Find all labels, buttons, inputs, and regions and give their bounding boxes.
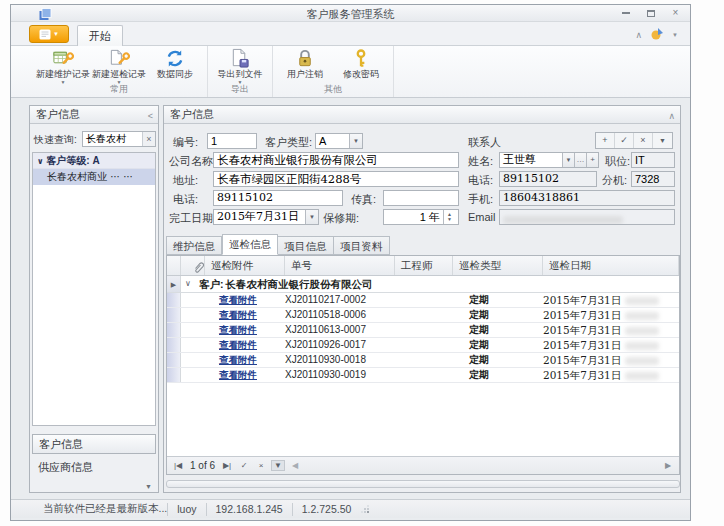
collapse-group-icon[interactable]: ∨ bbox=[181, 276, 195, 292]
collapse-panel-icon[interactable]: ∧ bbox=[668, 108, 675, 125]
accept-edit-button[interactable]: ✓ bbox=[237, 461, 251, 470]
scroll-left-button[interactable]: ◀ bbox=[288, 461, 302, 470]
confirm-contact-button[interactable]: ✓ bbox=[615, 133, 634, 148]
email-label: Email bbox=[468, 211, 496, 223]
record-position: 1 of 6 bbox=[188, 460, 217, 471]
clear-search-icon[interactable]: × bbox=[142, 132, 155, 146]
contact-phone-field[interactable]: 89115102 bbox=[499, 171, 597, 187]
column-header-date[interactable]: 巡检日期 bbox=[543, 256, 679, 275]
number-label: 编号: bbox=[173, 135, 198, 150]
tree-group-level-a[interactable]: ∨ 客户等级: A bbox=[33, 153, 155, 169]
last-record-button[interactable]: ▶| bbox=[220, 461, 234, 470]
column-header-type[interactable]: 巡检类型 bbox=[453, 256, 543, 275]
data-sync-button[interactable]: 数据同步 bbox=[147, 48, 203, 86]
ribbon-group-other: 用户注销 修改密码 其他 bbox=[273, 46, 394, 97]
phone-field[interactable]: 89115102 bbox=[213, 190, 343, 206]
redaction-smudge bbox=[625, 372, 659, 380]
view-attachment-link[interactable]: 查看附件 bbox=[219, 354, 257, 365]
delete-contact-button[interactable]: × bbox=[634, 133, 653, 148]
tab-project-info[interactable]: 项目信息 bbox=[278, 236, 334, 255]
table-row[interactable]: 查看附件 XJ20110518-0006 定期 2015年7月31日 bbox=[167, 308, 679, 323]
group-label: 客户: bbox=[195, 276, 224, 292]
ellipsis-button[interactable]: … bbox=[574, 153, 586, 167]
contact-toolbar: + ✓ × ▼ bbox=[595, 132, 673, 149]
filter-contact-button[interactable]: ▼ bbox=[653, 133, 672, 148]
table-row[interactable]: 查看附件 XJ20110217-0002 定期 2015年7月31日 bbox=[167, 293, 679, 308]
resize-grip[interactable] bbox=[360, 503, 370, 515]
company-field[interactable]: 长春农村商业银行股份有限公司 bbox=[213, 152, 459, 168]
view-attachment-link[interactable]: 查看附件 bbox=[219, 309, 257, 320]
contact-name-select[interactable]: 王世尊 ▼ … + bbox=[499, 152, 599, 168]
close-button[interactable]: × bbox=[667, 7, 684, 19]
view-attachment-link[interactable]: 查看附件 bbox=[219, 324, 257, 335]
new-inspection-record-button[interactable]: 新建巡检记录 ▼ bbox=[91, 48, 147, 86]
quick-search-input[interactable]: 长春农村 × bbox=[82, 131, 156, 147]
tab-maintenance-info[interactable]: 维护信息 bbox=[166, 236, 222, 255]
column-header-order[interactable]: 单号 bbox=[285, 256, 395, 275]
skin-gallery-icon[interactable] bbox=[650, 26, 664, 44]
grid-group-row[interactable]: ▶ ∨ 客户: 长春农村商业银行股份有限公司 bbox=[167, 276, 679, 293]
table-row[interactable]: 查看附件 XJ20110926-0017 定期 2015年7月31日 bbox=[167, 338, 679, 353]
change-password-button[interactable]: 修改密码 bbox=[333, 48, 389, 86]
view-attachment-link[interactable]: 查看附件 bbox=[219, 339, 257, 350]
tab-start[interactable]: 开始 bbox=[77, 25, 123, 47]
cancel-edit-button[interactable]: × bbox=[254, 461, 268, 470]
chevron-down-icon[interactable]: ▼ bbox=[349, 134, 362, 148]
chevron-down-icon[interactable]: ▼ bbox=[305, 210, 318, 224]
fax-field[interactable] bbox=[383, 190, 459, 206]
inspection-type-cell: 定期 bbox=[453, 338, 543, 352]
first-record-button[interactable]: |◀ bbox=[171, 461, 185, 470]
maximize-button[interactable] bbox=[642, 7, 659, 19]
row-indicator bbox=[167, 293, 181, 307]
splitter-bar[interactable] bbox=[166, 480, 680, 488]
column-header-engineer[interactable]: 工程师 bbox=[395, 256, 453, 275]
completion-date-picker[interactable]: 2015年7月31日 ▼ bbox=[213, 209, 319, 225]
table-row[interactable]: 查看附件 XJ20110930-0018 定期 2015年7月31日 bbox=[167, 353, 679, 368]
inspection-type-cell: 定期 bbox=[453, 293, 543, 307]
order-number-cell: XJ20110613-0007 bbox=[285, 323, 395, 337]
filter-records-button[interactable]: ▼ bbox=[271, 460, 285, 471]
tree-item-customer[interactable]: 长春农村商业 ⋯ ⋯ bbox=[33, 169, 155, 185]
view-attachment-link[interactable]: 查看附件 bbox=[219, 369, 257, 380]
table-row[interactable]: 查看附件 XJ20110613-0007 定期 2015年7月31日 bbox=[167, 323, 679, 338]
extension-field[interactable]: 7328 bbox=[631, 171, 675, 187]
address-field[interactable]: 长春市绿园区正阳街4288号 bbox=[213, 171, 459, 187]
redaction-smudge bbox=[625, 297, 659, 305]
collapse-sidebar-icon[interactable]: < bbox=[148, 108, 153, 125]
table-row[interactable]: 查看附件 XJ20110930-0019 定期 2015年7月31日 bbox=[167, 368, 679, 383]
position-field[interactable]: IT bbox=[631, 152, 675, 168]
inspection-date-cell: 2015年7月31日 bbox=[543, 308, 679, 322]
chevron-down-icon[interactable]: ▼ bbox=[672, 32, 678, 38]
add-contact-button[interactable]: + bbox=[596, 133, 615, 148]
warranty-stepper[interactable]: 1 年 ▲▼ bbox=[383, 209, 459, 225]
ribbon-group-export: 导出到文件 ▼ 导出 bbox=[208, 46, 273, 97]
collapse-ribbon-icon[interactable]: ∧ bbox=[635, 30, 642, 40]
grid-header: 巡检附件 单号 工程师 巡检类型 巡检日期 bbox=[167, 256, 679, 276]
user-logout-button[interactable]: 用户注销 bbox=[277, 48, 333, 86]
engineer-cell bbox=[395, 293, 453, 307]
scroll-right-button[interactable]: ▶ bbox=[661, 461, 675, 470]
grid-body: 查看附件 XJ20110217-0002 定期 2015年7月31日 查看附件 … bbox=[167, 293, 679, 383]
add-name-button[interactable]: + bbox=[586, 153, 598, 167]
chevron-down-icon[interactable]: ▼ bbox=[562, 153, 574, 167]
sidebar-nav-supplier-info[interactable]: 供应商信息 bbox=[32, 458, 156, 476]
minimize-button[interactable] bbox=[617, 7, 634, 19]
sidebar-nav-customer-info[interactable]: 客户信息 bbox=[32, 434, 156, 454]
sidebar-overflow-icon[interactable]: ▼ bbox=[145, 483, 152, 490]
status-message: 当前软件已经是最新版本... bbox=[11, 502, 167, 516]
mobile-field[interactable]: 18604318861 bbox=[499, 190, 675, 206]
number-field[interactable]: 1 bbox=[207, 133, 257, 149]
customer-type-select[interactable]: A ▼ bbox=[315, 133, 363, 149]
tab-project-docs[interactable]: 项目资料 bbox=[334, 236, 390, 255]
new-maintenance-record-button[interactable]: 新建维护记录 ▼ bbox=[35, 48, 91, 86]
ribbon-group-common: 新建维护记录 ▼ 新建巡检记录 ▼ 数据同步 常用 bbox=[31, 46, 208, 97]
tab-inspection-info[interactable]: 巡检信息 bbox=[222, 234, 278, 255]
group-company: 长春农村商业银行股份有限公司 bbox=[224, 276, 373, 292]
application-menu-button[interactable]: ▼ bbox=[29, 25, 69, 43]
order-number-cell: XJ20110926-0017 bbox=[285, 338, 395, 352]
view-attachment-link[interactable]: 查看附件 bbox=[219, 294, 257, 305]
email-field[interactable] bbox=[499, 209, 675, 225]
customer-detail-panel: 客户信息 ∧ 编号: 1 客户类型: A ▼ 联系人 + ✓ × ▼ 公司名称:… bbox=[163, 105, 681, 493]
column-header-attachment[interactable]: 巡检附件 bbox=[205, 256, 285, 275]
export-to-file-button[interactable]: 导出到文件 ▼ bbox=[212, 48, 268, 86]
